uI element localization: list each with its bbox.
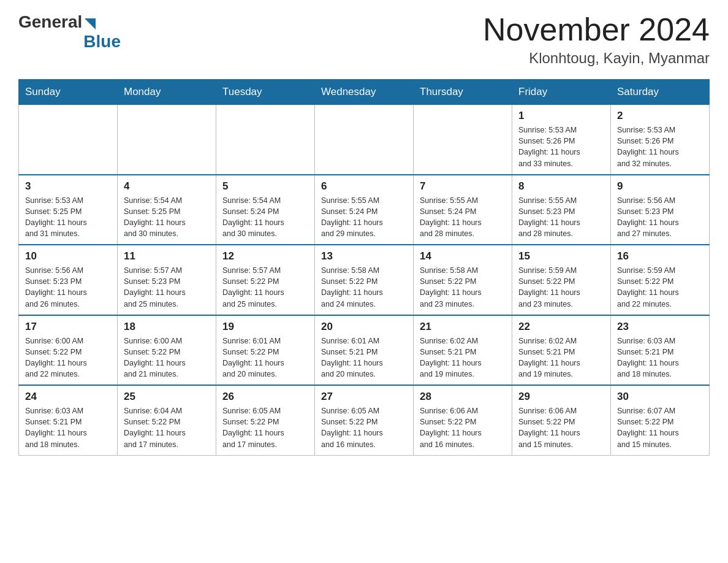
day-info: Sunrise: 6:02 AM Sunset: 5:21 PM Dayligh… (420, 335, 506, 380)
day-number: 15 (518, 250, 604, 262)
day-number: 29 (518, 391, 604, 403)
calendar-day-cell: 3Sunrise: 5:53 AM Sunset: 5:25 PM Daylig… (19, 175, 118, 245)
calendar-day-cell: 9Sunrise: 5:56 AM Sunset: 5:23 PM Daylig… (611, 175, 710, 245)
day-number: 22 (518, 321, 604, 333)
calendar-day-cell: 27Sunrise: 6:05 AM Sunset: 5:22 PM Dayli… (315, 385, 414, 455)
calendar-day-cell: 11Sunrise: 5:57 AM Sunset: 5:23 PM Dayli… (118, 245, 216, 315)
day-info: Sunrise: 6:06 AM Sunset: 5:22 PM Dayligh… (420, 405, 506, 450)
day-number: 8 (518, 180, 604, 193)
calendar-day-cell (19, 105, 118, 175)
calendar-day-cell: 23Sunrise: 6:03 AM Sunset: 5:21 PM Dayli… (611, 315, 710, 386)
day-number: 19 (222, 321, 308, 333)
day-number: 24 (25, 391, 111, 403)
calendar-day-cell: 10Sunrise: 5:56 AM Sunset: 5:23 PM Dayli… (19, 245, 118, 315)
day-info: Sunrise: 6:02 AM Sunset: 5:21 PM Dayligh… (518, 335, 604, 380)
calendar-day-cell: 30Sunrise: 6:07 AM Sunset: 5:22 PM Dayli… (611, 385, 710, 455)
day-number: 18 (124, 321, 210, 333)
day-number: 30 (617, 391, 703, 403)
calendar-day-cell: 1Sunrise: 5:53 AM Sunset: 5:26 PM Daylig… (512, 105, 611, 175)
day-info: Sunrise: 5:55 AM Sunset: 5:24 PM Dayligh… (321, 195, 407, 240)
weekday-header-friday: Friday (512, 80, 611, 105)
weekday-header-tuesday: Tuesday (216, 80, 315, 105)
day-info: Sunrise: 5:55 AM Sunset: 5:24 PM Dayligh… (420, 195, 506, 240)
day-number: 7 (420, 180, 506, 193)
day-info: Sunrise: 6:07 AM Sunset: 5:22 PM Dayligh… (617, 405, 703, 450)
day-info: Sunrise: 6:06 AM Sunset: 5:22 PM Dayligh… (518, 405, 604, 450)
calendar-day-cell: 26Sunrise: 6:05 AM Sunset: 5:22 PM Dayli… (216, 385, 315, 455)
weekday-header-sunday: Sunday (19, 80, 118, 105)
day-number: 1 (518, 110, 604, 122)
day-number: 11 (124, 250, 210, 262)
day-number: 23 (617, 321, 703, 333)
day-info: Sunrise: 5:53 AM Sunset: 5:26 PM Dayligh… (518, 124, 604, 169)
calendar-day-cell: 29Sunrise: 6:06 AM Sunset: 5:22 PM Dayli… (512, 385, 611, 455)
day-info: Sunrise: 5:58 AM Sunset: 5:22 PM Dayligh… (420, 265, 506, 310)
day-info: Sunrise: 5:56 AM Sunset: 5:23 PM Dayligh… (25, 265, 111, 310)
day-number: 2 (617, 110, 703, 122)
calendar-day-cell: 22Sunrise: 6:02 AM Sunset: 5:21 PM Dayli… (512, 315, 611, 386)
title-section: November 2024 Klonhtoug, Kayin, Myanmar (483, 12, 710, 67)
calendar-day-cell: 12Sunrise: 5:57 AM Sunset: 5:22 PM Dayli… (216, 245, 315, 315)
day-info: Sunrise: 5:58 AM Sunset: 5:22 PM Dayligh… (321, 265, 407, 310)
page-header: General General Blue November 2024 Klonh… (18, 12, 710, 67)
day-number: 13 (321, 250, 407, 262)
day-info: Sunrise: 6:05 AM Sunset: 5:22 PM Dayligh… (222, 405, 308, 450)
calendar-day-cell: 17Sunrise: 6:00 AM Sunset: 5:22 PM Dayli… (19, 315, 118, 386)
calendar-day-cell: 6Sunrise: 5:55 AM Sunset: 5:24 PM Daylig… (315, 175, 414, 245)
calendar-week-row: 3Sunrise: 5:53 AM Sunset: 5:25 PM Daylig… (19, 175, 710, 245)
day-number: 12 (222, 250, 308, 262)
calendar-day-cell: 8Sunrise: 5:55 AM Sunset: 5:23 PM Daylig… (512, 175, 611, 245)
day-number: 25 (124, 391, 210, 403)
weekday-header-wednesday: Wednesday (315, 80, 414, 105)
weekday-header-thursday: Thursday (414, 80, 512, 105)
day-info: Sunrise: 5:57 AM Sunset: 5:23 PM Dayligh… (124, 265, 210, 310)
calendar-day-cell: 24Sunrise: 6:03 AM Sunset: 5:21 PM Dayli… (19, 385, 118, 455)
day-info: Sunrise: 6:00 AM Sunset: 5:22 PM Dayligh… (25, 335, 111, 380)
calendar-day-cell: 13Sunrise: 5:58 AM Sunset: 5:22 PM Dayli… (315, 245, 414, 315)
calendar-day-cell: 16Sunrise: 5:59 AM Sunset: 5:22 PM Dayli… (611, 245, 710, 315)
day-info: Sunrise: 5:59 AM Sunset: 5:22 PM Dayligh… (518, 265, 604, 310)
day-info: Sunrise: 5:54 AM Sunset: 5:25 PM Dayligh… (124, 195, 210, 240)
day-info: Sunrise: 5:54 AM Sunset: 5:24 PM Dayligh… (222, 195, 308, 240)
day-number: 14 (420, 250, 506, 262)
logo-general-text: General (18, 12, 82, 32)
day-info: Sunrise: 6:00 AM Sunset: 5:22 PM Dayligh… (124, 335, 210, 380)
day-info: Sunrise: 6:04 AM Sunset: 5:22 PM Dayligh… (124, 405, 210, 450)
calendar-header-row: SundayMondayTuesdayWednesdayThursdayFrid… (19, 80, 710, 105)
day-number: 16 (617, 250, 703, 262)
calendar-day-cell: 14Sunrise: 5:58 AM Sunset: 5:22 PM Dayli… (414, 245, 512, 315)
calendar-day-cell: 7Sunrise: 5:55 AM Sunset: 5:24 PM Daylig… (414, 175, 512, 245)
day-number: 21 (420, 321, 506, 333)
calendar-week-row: 1Sunrise: 5:53 AM Sunset: 5:26 PM Daylig… (19, 105, 710, 175)
calendar-day-cell: 19Sunrise: 6:01 AM Sunset: 5:22 PM Dayli… (216, 315, 315, 386)
day-number: 9 (617, 180, 703, 193)
month-year-title: November 2024 (483, 12, 710, 47)
calendar-day-cell: 4Sunrise: 5:54 AM Sunset: 5:25 PM Daylig… (118, 175, 216, 245)
day-number: 4 (124, 180, 210, 193)
calendar-day-cell: 21Sunrise: 6:02 AM Sunset: 5:21 PM Dayli… (414, 315, 512, 386)
day-number: 17 (25, 321, 111, 333)
calendar-day-cell: 2Sunrise: 5:53 AM Sunset: 5:26 PM Daylig… (611, 105, 710, 175)
day-number: 20 (321, 321, 407, 333)
logo-blue-text: Blue (83, 32, 121, 52)
logo-top: General (18, 12, 96, 32)
day-number: 26 (222, 391, 308, 403)
calendar-day-cell (315, 105, 414, 175)
day-info: Sunrise: 5:53 AM Sunset: 5:26 PM Dayligh… (617, 124, 703, 169)
day-info: Sunrise: 5:55 AM Sunset: 5:23 PM Dayligh… (518, 195, 604, 240)
calendar-week-row: 10Sunrise: 5:56 AM Sunset: 5:23 PM Dayli… (19, 245, 710, 315)
day-number: 5 (222, 180, 308, 193)
day-info: Sunrise: 6:01 AM Sunset: 5:22 PM Dayligh… (222, 335, 308, 380)
day-number: 6 (321, 180, 407, 193)
day-info: Sunrise: 6:03 AM Sunset: 5:21 PM Dayligh… (25, 405, 111, 450)
logo-arrow-icon (85, 18, 96, 29)
calendar-day-cell (216, 105, 315, 175)
day-info: Sunrise: 5:53 AM Sunset: 5:25 PM Dayligh… (25, 195, 111, 240)
day-info: Sunrise: 6:01 AM Sunset: 5:21 PM Dayligh… (321, 335, 407, 380)
day-info: Sunrise: 5:56 AM Sunset: 5:23 PM Dayligh… (617, 195, 703, 240)
day-info: Sunrise: 6:03 AM Sunset: 5:21 PM Dayligh… (617, 335, 703, 380)
day-number: 28 (420, 391, 506, 403)
day-info: Sunrise: 6:05 AM Sunset: 5:22 PM Dayligh… (321, 405, 407, 450)
day-info: Sunrise: 5:59 AM Sunset: 5:22 PM Dayligh… (617, 265, 703, 310)
logo: General General Blue (18, 12, 121, 52)
